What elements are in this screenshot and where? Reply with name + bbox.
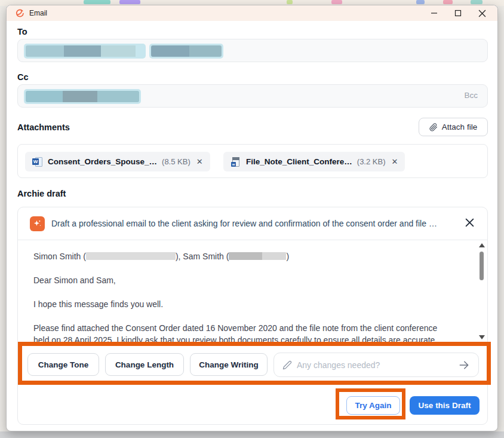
word-doc-icon: w <box>231 157 241 167</box>
maximize-icon[interactable] <box>446 5 470 21</box>
attach-file-button[interactable]: Attach file <box>419 118 488 136</box>
scroll-up-icon[interactable] <box>479 243 485 247</box>
attachment-size: (8.5 KB) <box>162 157 190 166</box>
word-doc-icon: W <box>32 157 43 167</box>
paperclip-icon <box>429 123 438 131</box>
attachment-size: (3.2 KB) <box>357 157 386 166</box>
email-dialog: Email To <box>6 5 498 431</box>
sparkle-icon <box>30 216 45 231</box>
change-tone-button[interactable]: Change Tone <box>27 353 99 376</box>
backdrop-blob <box>331 0 342 4</box>
change-request-field[interactable] <box>273 353 479 377</box>
window-title: Email <box>29 9 47 17</box>
background-window-bottom <box>0 431 504 438</box>
to-label: To <box>17 27 27 36</box>
titlebar: Email <box>7 5 497 21</box>
pencil-icon <box>282 360 292 370</box>
archie-draft-panel: Draft a professional email to the client… <box>17 207 488 425</box>
change-request-input[interactable] <box>297 360 458 370</box>
draft-scrollbar[interactable] <box>478 242 485 341</box>
attachment-chip[interactable]: W Consent_Orders_Spouse_… (8.5 KB) ✕ <box>25 152 210 171</box>
redacted-phone <box>86 252 176 260</box>
app-logo-icon <box>15 8 24 18</box>
draft-para1: I hope this message finds you well. <box>33 298 478 310</box>
draft-salutation: Dear Simon and Sam, <box>33 274 478 286</box>
draft-body-text[interactable]: Simon Smith (), Sam Smith () Dear Simon … <box>33 250 478 346</box>
cc-label: Cc <box>17 72 29 82</box>
to-field[interactable] <box>17 39 488 62</box>
attachments-label: Attachments <box>17 122 70 132</box>
attachment-name: File_Note_Client_Confere… <box>246 157 352 166</box>
redacted-phone <box>229 252 286 260</box>
remove-attachment-icon[interactable]: ✕ <box>391 157 398 166</box>
bcc-toggle[interactable]: Bcc <box>464 91 478 100</box>
submit-arrow-icon[interactable] <box>458 359 470 371</box>
draft-greeting-line: Simon Smith (), Sam Smith () <box>33 250 478 262</box>
change-writing-button[interactable]: Change Writing <box>190 353 268 376</box>
archie-draft-label: Archie draft <box>17 189 66 198</box>
backdrop-blob <box>84 0 110 4</box>
scrollbar-thumb[interactable] <box>480 252 484 280</box>
to-recipient-chip-redacted <box>149 44 223 59</box>
attachment-chip[interactable]: w File_Note_Client_Confere… (3.2 KB) ✕ <box>223 152 405 171</box>
change-length-button[interactable]: Change Length <box>105 353 184 376</box>
window-controls <box>422 5 494 21</box>
attach-file-label: Attach file <box>442 122 477 131</box>
minimize-icon[interactable] <box>422 5 446 21</box>
attachments-list: W Consent_Orders_Spouse_… (8.5 KB) ✕ w F… <box>17 144 488 178</box>
close-draft-icon[interactable] <box>465 218 474 229</box>
try-again-button[interactable]: Try Again <box>346 396 400 415</box>
scroll-down-icon[interactable] <box>479 335 485 339</box>
cc-recipient-chip-redacted <box>24 89 141 104</box>
backdrop-blob <box>416 0 425 4</box>
to-recipient-chip-redacted <box>24 44 146 59</box>
cc-field[interactable]: Bcc <box>17 84 488 108</box>
backdrop-blob <box>471 0 483 4</box>
remove-attachment-icon[interactable]: ✕ <box>196 157 203 166</box>
backdrop-blob <box>119 0 140 4</box>
use-this-draft-button[interactable]: Use this Draft <box>410 396 480 415</box>
attachment-name: Consent_Orders_Spouse_… <box>48 157 157 166</box>
draft-prompt-header: Draft a professional email to the client… <box>18 207 487 240</box>
draft-prompt-text: Draft a professional email to the client… <box>51 219 450 228</box>
backdrop-blob <box>287 0 293 4</box>
close-icon[interactable] <box>470 5 494 21</box>
screen: Email To <box>0 0 504 438</box>
draft-para2: Please find attached the Consent Order d… <box>33 322 478 346</box>
backdrop-blob <box>443 0 453 4</box>
